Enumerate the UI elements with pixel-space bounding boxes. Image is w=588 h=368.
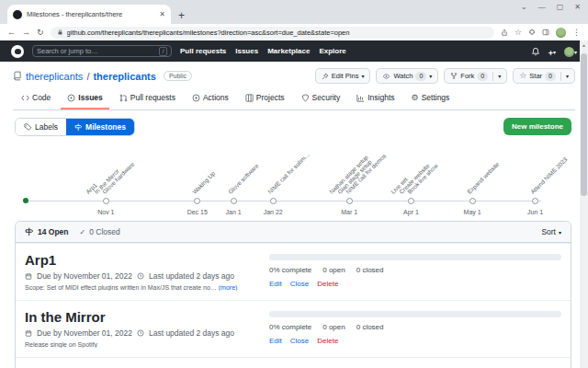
- timeline-date: May 1: [464, 209, 481, 215]
- milestones-button[interactable]: Milestones: [66, 119, 134, 135]
- scrollbar-thumb[interactable]: [581, 53, 587, 196]
- timeline-marker[interactable]: [103, 198, 109, 204]
- minimize-icon[interactable]: —: [538, 3, 546, 11]
- maximize-icon[interactable]: ▢: [557, 3, 564, 11]
- tab-actions[interactable]: Actions: [186, 89, 235, 109]
- timeline-marker[interactable]: [346, 198, 353, 204]
- milestone-icon: [74, 123, 83, 132]
- new-milestone-button[interactable]: New milestone: [503, 118, 571, 135]
- browser-menu-kebab-icon[interactable]: ⋮: [572, 29, 581, 37]
- timeline-label[interactable]: Waking Up: [191, 170, 216, 195]
- notifications-bell-icon[interactable]: [531, 47, 540, 56]
- fork-button[interactable]: Fork0 ▾: [444, 68, 507, 84]
- closed-count: 0 closed: [356, 266, 384, 274]
- tab-issues[interactable]: Issues: [61, 89, 108, 109]
- browser-tab[interactable]: Milestones - thereplicants/there ✕: [7, 5, 171, 24]
- page-scrollbar[interactable]: ▲: [580, 40, 588, 368]
- milestone-row: Glove hardware Due by November 01, 2022 …: [16, 357, 571, 368]
- repo-slash: /: [86, 71, 89, 82]
- milestone-description: Scope: Set of MIDI effect plugins writte…: [25, 284, 254, 291]
- clock-icon: [137, 272, 144, 280]
- watch-count: 0: [415, 72, 426, 81]
- milestone-info: Arp1 Due by November 01, 2022 Last updat…: [25, 252, 269, 291]
- close-link[interactable]: Close: [290, 280, 309, 288]
- tab-close-icon[interactable]: ✕: [159, 10, 165, 18]
- more-link[interactable]: (more): [219, 284, 238, 291]
- last-updated: Last updated 2 days ago: [149, 271, 234, 281]
- sort-dropdown[interactable]: Sort▾: [541, 227, 561, 236]
- last-updated: Last updated 2 days ago: [149, 328, 234, 338]
- milestone-title-link[interactable]: In the Mirror: [25, 309, 254, 325]
- timeline-start-dot: [23, 198, 28, 203]
- url-field[interactable]: github.com/thereplicants/thereplicants/m…: [51, 27, 494, 39]
- tab-security[interactable]: Security: [295, 89, 347, 109]
- timeline-marker[interactable]: [270, 198, 277, 204]
- bookmark-star-icon[interactable]: ☆: [514, 29, 522, 37]
- timeline-marker[interactable]: [194, 198, 200, 204]
- milestones-page: Labels Milestones New milestone Arp1 In …: [0, 110, 588, 368]
- delete-link[interactable]: Delete: [317, 337, 338, 345]
- tab-projects[interactable]: Projects: [239, 89, 291, 109]
- timeline-label[interactable]: Expand website: [466, 161, 500, 195]
- github-search-input[interactable]: [37, 47, 156, 55]
- timeline-marker[interactable]: [532, 198, 538, 204]
- labels-button[interactable]: Labels: [16, 119, 66, 135]
- close-window-icon[interactable]: ✕: [574, 3, 581, 11]
- milestone-row: Arp1 Due by November 01, 2022 Last updat…: [16, 243, 571, 300]
- forward-icon[interactable]: →: [22, 29, 30, 37]
- browser-profile-avatar[interactable]: [556, 28, 566, 38]
- milestones-timeline: Arp1 In the Mirror Glove hardware Nov 1 …: [15, 138, 571, 221]
- scrollbar-up-arrow-icon[interactable]: ▲: [580, 40, 588, 48]
- create-new-button[interactable]: +▾: [548, 43, 556, 60]
- timeline-label[interactable]: Attend NIME 2023: [529, 155, 569, 195]
- nav-marketplace[interactable]: Marketplace: [267, 47, 310, 55]
- github-top-nav: Pull requests Issues Marketplace Explore: [180, 47, 346, 55]
- timeline-date: Dec 15: [187, 209, 208, 215]
- extensions-icon[interactable]: [528, 29, 536, 36]
- fork-dropdown-caret[interactable]: ▾: [498, 73, 501, 79]
- milestone-status: 0% complete 0 open 0 closed Edit Close D…: [269, 252, 561, 291]
- milestone-stats: 0% complete 0 open 0 closed: [269, 323, 561, 331]
- calendar-icon: [25, 272, 32, 281]
- timeline-marker[interactable]: [469, 198, 476, 204]
- timeline-date: Apr 1: [403, 209, 419, 215]
- star-button[interactable]: ☆ Star0 ▾: [513, 68, 575, 84]
- milestone-title-link[interactable]: Arp1: [25, 252, 254, 268]
- side-panel-icon[interactable]: [542, 29, 549, 36]
- tab-pull-requests[interactable]: Pull requests: [113, 89, 182, 109]
- tab-settings[interactable]: ⚙ Settings: [405, 89, 457, 109]
- edit-link[interactable]: Edit: [269, 337, 282, 345]
- milestone-meta: Due by November 01, 2022 Last updated 2 …: [25, 328, 254, 338]
- timeline-marker[interactable]: [408, 198, 414, 204]
- repo-owner-link[interactable]: thereplicants: [26, 71, 83, 82]
- tab-code[interactable]: Code: [15, 89, 57, 109]
- url-text: github.com/thereplicants/thereplicants/m…: [67, 29, 488, 37]
- back-icon[interactable]: ←: [7, 29, 16, 37]
- delete-link[interactable]: Delete: [317, 280, 338, 288]
- nav-pull-requests[interactable]: Pull requests: [180, 47, 226, 55]
- timeline-label[interactable]: Glove software: [227, 162, 260, 195]
- open-filter[interactable]: 14 Open: [25, 227, 69, 236]
- nav-explore[interactable]: Explore: [319, 47, 345, 55]
- slash-key-hint: /: [159, 47, 167, 56]
- repo-name-link[interactable]: thereplicants: [93, 71, 155, 82]
- edit-pins-button[interactable]: Edit Pins▾: [315, 68, 371, 84]
- user-avatar-menu[interactable]: ▾: [564, 43, 577, 60]
- github-search-box[interactable]: /: [32, 45, 172, 57]
- watch-button[interactable]: Watch0▾: [376, 68, 438, 84]
- share-icon[interactable]: [501, 29, 508, 37]
- star-dropdown-caret[interactable]: ▾: [566, 73, 569, 79]
- clock-icon: [137, 329, 144, 337]
- milestones-list: 14 Open ✓ 0 Closed Sort▾ Arp1 Due by Nov…: [15, 221, 571, 368]
- edit-link[interactable]: Edit: [269, 280, 282, 288]
- timeline-label[interactable]: NIME call for subm…: [266, 151, 311, 195]
- reload-icon[interactable]: ↻: [37, 29, 44, 37]
- timeline-marker[interactable]: [231, 198, 237, 204]
- nav-issues[interactable]: Issues: [235, 47, 258, 55]
- tab-insights[interactable]: Insights: [350, 89, 401, 109]
- closed-filter[interactable]: ✓ 0 Closed: [80, 227, 120, 236]
- tab-search-icon[interactable]: ⌄: [521, 3, 527, 11]
- close-link[interactable]: Close: [290, 337, 309, 345]
- new-tab-button[interactable]: +: [178, 10, 185, 21]
- github-logo-icon[interactable]: [11, 45, 24, 58]
